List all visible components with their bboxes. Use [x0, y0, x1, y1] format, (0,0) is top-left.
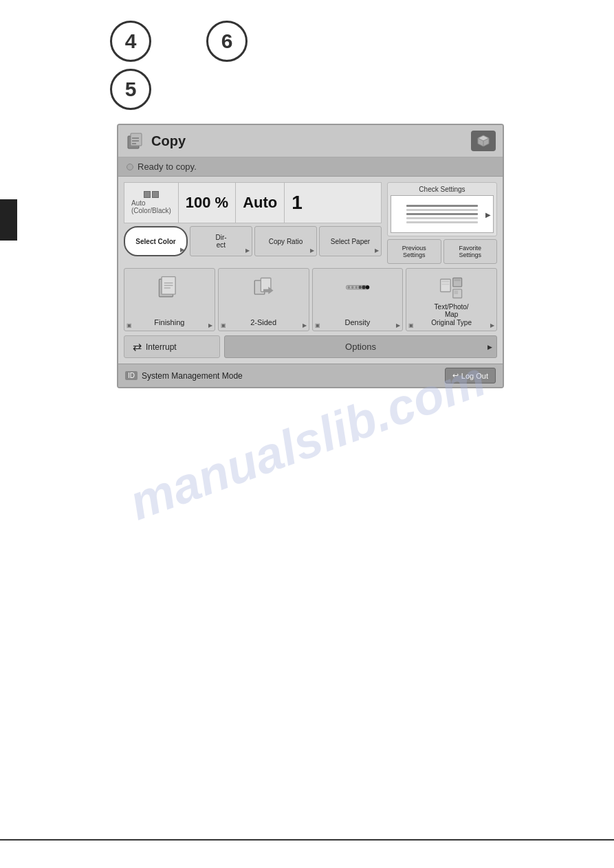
status-dot — [127, 164, 133, 170]
logout-button[interactable]: ↩ Log Out — [445, 368, 496, 383]
direct-label: Dir-ect — [215, 234, 226, 249]
main-content: Auto(Color/Black) 100 % Auto 1 — [118, 177, 503, 364]
select-paper-arrow: ▶ — [375, 247, 379, 254]
logout-icon: ↩ — [452, 371, 459, 380]
page-title: Copy — [151, 133, 186, 149]
svg-point-18 — [355, 286, 358, 289]
options-arrow: ▶ — [487, 344, 492, 350]
color-sq-2 — [152, 191, 159, 198]
check-settings-arrow: ▶ — [485, 210, 491, 218]
footer-left: ID System Management Mode — [125, 371, 243, 381]
logout-label: Log Out — [461, 372, 488, 380]
paper-cell: Auto — [236, 183, 285, 223]
preview-line-2 — [406, 209, 478, 211]
finishing-corner-tl: ▣ — [127, 322, 132, 329]
options-label: Options — [345, 342, 376, 352]
check-settings-box: Check Settings ▶ — [387, 182, 497, 236]
preview-line-5 — [406, 221, 478, 223]
left-controls: Auto(Color/Black) 100 % Auto 1 — [124, 182, 382, 264]
density-corner: ▶ — [396, 322, 400, 329]
color-mode-cell: Auto(Color/Black) — [124, 183, 179, 223]
copy-ratio-button[interactable]: Copy Ratio ▶ — [254, 226, 317, 256]
check-settings-preview[interactable]: ▶ — [391, 195, 494, 233]
preview-line-4 — [406, 217, 478, 219]
bottom-line — [0, 839, 614, 841]
finishing-corner: ▶ — [208, 322, 212, 329]
density-label: Density — [345, 318, 371, 326]
copy-ratio-arrow: ▶ — [310, 247, 314, 254]
finishing-button[interactable]: Finishing ▣ ▶ — [124, 268, 215, 331]
select-paper-label: Select Paper — [331, 238, 370, 245]
status-text: Ready to copy. — [138, 162, 197, 172]
title-cube-button[interactable] — [471, 131, 496, 151]
footer-bar: ID System Management Mode ↩ Log Out — [118, 364, 503, 387]
original-type-icon — [437, 273, 467, 303]
copies-cell: 1 — [285, 183, 309, 223]
preview-lines — [406, 205, 478, 223]
step-4-circle: 4 — [110, 21, 151, 62]
top-row: Auto(Color/Black) 100 % Auto 1 — [124, 182, 497, 264]
two-sided-corner: ▶ — [303, 322, 307, 329]
svg-point-17 — [351, 286, 354, 289]
svg-point-19 — [358, 286, 362, 289]
select-paper-button[interactable]: Select Paper ▶ — [319, 226, 382, 256]
direct-arrow: ▶ — [245, 247, 250, 254]
svg-rect-2 — [132, 137, 139, 139]
finishing-label: Finishing — [154, 318, 184, 326]
original-type-button[interactable]: Text/Photo/Map Original Type ▣ ▶ — [406, 268, 497, 331]
function-btns: Finishing ▣ ▶ 2-Sided ▣ ▶ — [124, 268, 497, 331]
svg-point-16 — [347, 286, 350, 289]
cube-icon — [476, 134, 490, 148]
previous-settings-button[interactable]: PreviousSettings — [387, 239, 441, 264]
step-5-circle: 5 — [110, 69, 151, 110]
bottom-row: ⇄ Interrupt Options ▶ — [124, 335, 497, 358]
two-sided-icon — [248, 273, 278, 303]
title-bar: Copy — [118, 125, 503, 157]
svg-rect-3 — [132, 140, 139, 142]
ratio-value: 100 % — [186, 194, 228, 212]
copies-value: 1 — [292, 192, 303, 214]
step-4-label: 4 — [125, 30, 137, 53]
favorite-settings-button[interactable]: FavoriteSettings — [443, 239, 498, 264]
options-button[interactable]: Options ▶ — [224, 335, 497, 358]
buttons-row: Select Color ▶ Dir-ect ▶ Copy Ratio ▶ — [124, 226, 382, 256]
density-icon — [342, 273, 373, 303]
original-type-corner: ▶ — [490, 322, 494, 329]
finishing-icon — [154, 273, 184, 303]
color-sq-1 — [144, 191, 151, 198]
svg-rect-23 — [441, 280, 449, 282]
color-mode-icon — [144, 191, 159, 198]
svg-point-21 — [366, 285, 369, 289]
color-mode-label: Auto(Color/Black) — [131, 199, 171, 214]
footer-id-badge: ID — [125, 371, 138, 380]
favorite-settings-label: FavoriteSettings — [459, 245, 481, 258]
ui-panel: Copy Ready to copy. — [117, 124, 504, 388]
paper-value: Auto — [243, 194, 277, 212]
density-corner-tl: ▣ — [315, 322, 320, 329]
select-color-button[interactable]: Select Color ▶ — [124, 226, 188, 256]
two-sided-button[interactable]: 2-Sided ▣ ▶ — [218, 268, 309, 331]
step-5-label: 5 — [125, 78, 137, 101]
select-color-label: Select Color — [135, 238, 175, 245]
sidebar-bar — [0, 199, 17, 241]
status-bar: Ready to copy. — [118, 157, 503, 177]
interrupt-button[interactable]: ⇄ Interrupt — [124, 335, 220, 358]
svg-point-20 — [362, 285, 365, 289]
step-numbers-row1: 4 6 — [0, 0, 614, 69]
direct-button[interactable]: Dir-ect ▶ — [190, 226, 252, 256]
step-6-label: 6 — [221, 30, 233, 53]
previous-settings-label: PreviousSettings — [402, 245, 426, 258]
density-button[interactable]: Density ▣ ▶ — [312, 268, 404, 331]
svg-rect-4 — [132, 143, 136, 144]
copy-icon — [125, 131, 146, 151]
prev-fav-row: PreviousSettings FavoriteSettings — [387, 239, 497, 264]
check-settings-area: Check Settings ▶ Previou — [387, 182, 497, 264]
svg-rect-24 — [441, 284, 449, 285]
svg-rect-28 — [454, 291, 457, 294]
copy-info-row: Auto(Color/Black) 100 % Auto 1 — [124, 182, 382, 223]
ratio-cell: 100 % — [179, 183, 236, 223]
select-color-arrow: ▶ — [180, 247, 184, 253]
title-left: Copy — [125, 131, 186, 151]
preview-line-1 — [406, 205, 478, 207]
original-type-corner-tl: ▣ — [408, 322, 414, 329]
